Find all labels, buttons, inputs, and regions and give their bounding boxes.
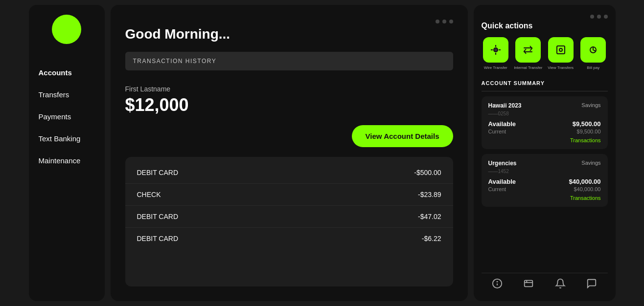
sidebar-item-accounts[interactable]: Accounts: [39, 68, 105, 77]
view-account-details-button[interactable]: View Account Details: [352, 125, 453, 147]
qa-view-label: View Transfers: [548, 66, 574, 70]
table-row: DEBIT CARD -$47.02: [125, 206, 453, 228]
right-window-dots: [482, 15, 608, 19]
account-card-1-number: ——0258: [488, 111, 601, 116]
notification-icon[interactable]: [555, 278, 566, 291]
sidebar-item-payments[interactable]: Payments: [39, 112, 105, 121]
transactions-link-1[interactable]: Transactions: [488, 137, 601, 143]
tx-amount: -$23.89: [418, 191, 441, 198]
current-label-2: Current: [488, 186, 506, 192]
transaction-history-bar: TRANSACTION HISTORY: [125, 52, 453, 70]
sidebar-item-transfers[interactable]: Transfers: [39, 90, 105, 99]
transactions-link-2[interactable]: Transactions: [488, 195, 601, 201]
account-card-1-available-row: Available $9,500.00: [488, 120, 601, 128]
account-card-2: Urgencies Savings ——1452 Available $40,0…: [482, 154, 608, 207]
chat-icon[interactable]: [586, 278, 597, 291]
current-value-1: $9,500.00: [577, 129, 601, 134]
account-balance: $12,000: [125, 95, 453, 115]
tx-type: CHECK: [137, 191, 161, 198]
account-card-1-type: Savings: [581, 102, 600, 109]
qa-view-transfers[interactable]: View Transfers: [547, 37, 575, 70]
view-transfers-icon[interactable]: [548, 37, 574, 63]
account-card-1-current-row: Current $9,500.00: [488, 129, 601, 134]
account-card-1-header: Hawaii 2023 Savings: [488, 102, 601, 109]
current-value-2: $40,000.00: [574, 186, 600, 192]
tx-amount: -$500.00: [414, 169, 441, 176]
tx-type: DEBIT CARD: [137, 169, 179, 176]
account-card-2-current-row: Current $40,000.00: [488, 186, 601, 192]
tx-amount: -$47.02: [418, 213, 441, 220]
current-label-1: Current: [488, 129, 506, 134]
account-summary-title: ACCOUNT SUMMARY: [482, 80, 608, 86]
table-row: DEBIT CARD -$500.00: [125, 162, 453, 184]
account-card-1: Hawaii 2023 Savings ——0258 Available $9,…: [482, 96, 608, 149]
dot-2: [442, 20, 446, 23]
available-label-2: Available: [488, 178, 516, 185]
qa-wire-label: Wire Transfer: [484, 66, 507, 70]
avatar: [52, 15, 81, 44]
svg-point-5: [559, 48, 562, 51]
nav-items: Accounts Transfers Payments Text Banking…: [29, 68, 105, 165]
info-icon[interactable]: [492, 278, 503, 291]
quick-actions-title: Quick actions: [482, 22, 608, 30]
account-card-2-header: Urgencies Savings: [488, 160, 601, 167]
greeting-text: Good Morning...: [125, 26, 453, 42]
tx-amount: -$6.22: [422, 235, 441, 242]
qa-internal-transfer[interactable]: Internal Transfer: [514, 37, 543, 70]
account-card-2-number: ——1452: [488, 169, 601, 174]
account-name: First Lastname: [125, 85, 453, 93]
available-value-2: $40,000.00: [569, 178, 600, 185]
available-value-1: $9,500.00: [573, 120, 601, 128]
main-panel: Good Morning... TRANSACTION HISTORY Firs…: [111, 5, 468, 301]
qa-wire-transfer[interactable]: Wire Transfer: [482, 37, 510, 70]
divider: [482, 91, 608, 91]
tx-type: DEBIT CARD: [137, 213, 179, 220]
dot-r1: [590, 15, 594, 19]
tx-type: DEBIT CARD: [137, 235, 179, 242]
qa-internal-label: Internal Transfer: [514, 66, 542, 70]
bill-pay-icon[interactable]: [580, 37, 606, 63]
qa-bill-pay[interactable]: Bill pay: [579, 37, 608, 70]
svg-point-1: [494, 48, 497, 51]
account-card-1-name: Hawaii 2023: [488, 102, 522, 109]
dot-3: [449, 20, 453, 23]
transactions-table: DEBIT CARD -$500.00 CHECK -$23.89 DEBIT …: [125, 157, 453, 286]
window-dots: [125, 20, 453, 23]
account-card-2-name: Urgencies: [488, 160, 517, 167]
dot-1: [436, 20, 439, 23]
qa-bill-label: Bill pay: [587, 66, 599, 70]
sidebar-item-text-banking[interactable]: Text Banking: [39, 134, 105, 143]
dot-r3: [604, 15, 608, 19]
quick-actions-grid: Wire Transfer Internal Transfer View T: [482, 37, 608, 70]
table-row: CHECK -$23.89: [125, 184, 453, 206]
bottom-nav: [482, 273, 608, 291]
svg-rect-4: [557, 46, 565, 54]
account-card-2-type: Savings: [581, 160, 600, 167]
svg-rect-10: [525, 281, 533, 287]
sidebar: Accounts Transfers Payments Text Banking…: [29, 5, 105, 301]
dot-r2: [597, 15, 601, 19]
profile-icon[interactable]: [523, 278, 534, 291]
available-label-1: Available: [488, 120, 516, 128]
internal-transfer-icon[interactable]: [515, 37, 541, 63]
table-row: DEBIT CARD -$6.22: [125, 228, 453, 249]
wire-transfer-icon[interactable]: [483, 37, 508, 63]
account-card-2-available-row: Available $40,000.00: [488, 178, 601, 185]
right-panel: Quick actions Wire Transfer I: [474, 5, 616, 301]
sidebar-item-maintenance[interactable]: Maintenance: [39, 156, 105, 165]
